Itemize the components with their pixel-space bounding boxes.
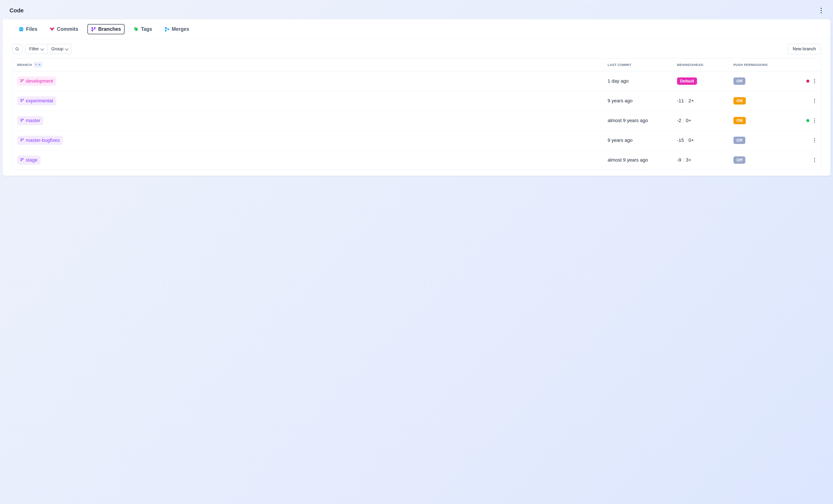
filter-label: Filter — [29, 46, 39, 51]
svg-point-15 — [21, 81, 22, 82]
branch-chip[interactable]: experimental — [17, 96, 56, 105]
svg-point-26 — [23, 158, 23, 159]
filter-group-buttons: Filter Group — [25, 44, 72, 54]
tab-tags[interactable]: Tags — [130, 24, 155, 34]
svg-rect-0 — [19, 27, 23, 31]
row-menu-button[interactable] — [813, 137, 816, 144]
chevron-down-icon — [65, 47, 69, 50]
table-row: master almost 9 years ago -20+ ON — [13, 111, 820, 130]
svg-point-20 — [23, 119, 23, 120]
svg-point-19 — [21, 119, 22, 120]
branch-name: stage — [26, 157, 38, 163]
table-header: BRANCH ▲▼ ✕ LAST COMMIT BEHIND/AHEAD PUS… — [13, 58, 820, 71]
branch-icon — [20, 98, 24, 104]
svg-point-18 — [21, 101, 22, 102]
svg-point-25 — [21, 158, 22, 159]
svg-point-6 — [92, 30, 93, 31]
tab-label: Commits — [57, 26, 78, 32]
branch-icon — [20, 118, 24, 123]
tab-commits[interactable]: Commits — [46, 24, 81, 34]
svg-point-4 — [92, 27, 93, 28]
code-file-icon — [19, 27, 24, 32]
last-commit-cell: 9 years ago — [608, 138, 677, 143]
column-header-last-commit[interactable]: LAST COMMIT — [608, 63, 677, 67]
tab-label: Branches — [98, 26, 121, 32]
separator — [684, 158, 684, 163]
behind-count: -15 — [677, 138, 684, 143]
push-permission-badge: ON — [733, 117, 746, 124]
column-header-label: BRANCH — [17, 63, 32, 67]
clear-sort-button[interactable]: ✕ — [38, 63, 41, 66]
last-commit-cell: almost 9 years ago — [608, 118, 677, 123]
ahead-count: 2+ — [689, 98, 694, 104]
last-commit-cell: almost 9 years ago — [608, 157, 677, 163]
tab-merges[interactable]: Merges — [161, 24, 192, 34]
toolbar: Filter Group New branch — [3, 39, 830, 58]
branch-chip[interactable]: development — [17, 76, 56, 86]
behind-ahead: -93+ — [677, 157, 733, 163]
tab-files[interactable]: Files — [16, 24, 40, 34]
table-row: stage almost 9 years ago -93+ Off — [13, 150, 820, 170]
branch-name: development — [26, 78, 53, 84]
tab-label: Tags — [141, 26, 152, 32]
push-permission-badge: Off — [733, 137, 745, 144]
search-button[interactable] — [12, 44, 22, 54]
svg-point-23 — [23, 139, 23, 139]
branches-table: BRANCH ▲▼ ✕ LAST COMMIT BEHIND/AHEAD PUS… — [12, 58, 821, 170]
branch-chip[interactable]: master-bugfixes — [17, 136, 63, 145]
row-menu-button[interactable] — [813, 97, 816, 104]
svg-point-11 — [16, 48, 18, 50]
svg-point-16 — [21, 99, 22, 100]
row-menu-button[interactable] — [813, 78, 816, 85]
push-permission-badge: ON — [733, 97, 746, 104]
content-card: FilesCommitsBranchesTagsMerges Filter Gr… — [3, 19, 830, 176]
page-menu-button[interactable] — [819, 6, 824, 15]
branch-name: experimental — [26, 98, 53, 104]
behind-ahead: -112+ — [677, 98, 733, 104]
column-header-behind-ahead[interactable]: BEHIND/AHEAD — [677, 63, 733, 67]
column-header-push-permissions[interactable]: PUSH PERMISSIONS — [733, 63, 790, 67]
svg-point-7 — [135, 28, 136, 29]
search-icon — [15, 47, 19, 51]
row-menu-button[interactable] — [813, 117, 816, 124]
branch-chip[interactable]: master — [17, 116, 43, 125]
behind-ahead: -20+ — [677, 118, 733, 123]
filter-button[interactable]: Filter — [25, 44, 47, 54]
tabs-bar: FilesCommitsBranchesTagsMerges — [3, 19, 830, 39]
table-row: development 1 day ago Default Off — [13, 71, 820, 91]
group-button[interactable]: Group — [47, 44, 72, 54]
ahead-count: 0+ — [686, 118, 691, 123]
new-branch-button[interactable]: New branch — [788, 44, 821, 54]
branch-name: master-bugfixes — [26, 138, 60, 143]
tab-branches[interactable]: Branches — [88, 24, 124, 34]
svg-point-14 — [23, 79, 23, 80]
status-dot — [806, 79, 809, 82]
table-row: master-bugfixes 9 years ago -150+ Off — [13, 130, 820, 150]
tab-label: Files — [26, 26, 37, 32]
svg-point-17 — [23, 99, 23, 100]
ahead-count: 0+ — [689, 138, 694, 143]
status-dot — [806, 119, 809, 122]
svg-point-8 — [165, 27, 166, 28]
commit-icon — [49, 27, 55, 32]
tab-label: Merges — [172, 26, 189, 32]
row-menu-button[interactable] — [813, 157, 816, 164]
branch-icon — [91, 27, 96, 32]
page-title: Code — [9, 7, 24, 14]
behind-count: -9 — [677, 157, 681, 163]
branch-chip[interactable]: stage — [17, 155, 41, 165]
behind-ahead: -150+ — [677, 138, 733, 143]
branch-icon — [20, 78, 24, 84]
default-badge: Default — [677, 77, 697, 85]
separator — [684, 118, 684, 123]
table-row: experimental 9 years ago -112+ ON — [13, 91, 820, 111]
push-permission-badge: Off — [733, 77, 745, 85]
chevron-down-icon — [40, 47, 44, 50]
last-commit-cell: 9 years ago — [608, 98, 677, 104]
branch-icon — [20, 138, 24, 143]
ahead-count: 3+ — [686, 157, 691, 163]
sort-indicator: ▲▼ ✕ — [33, 62, 43, 68]
column-header-branch[interactable]: BRANCH ▲▼ ✕ — [17, 62, 608, 68]
svg-line-12 — [18, 50, 19, 50]
sort-arrows-icon: ▲▼ — [35, 63, 37, 66]
